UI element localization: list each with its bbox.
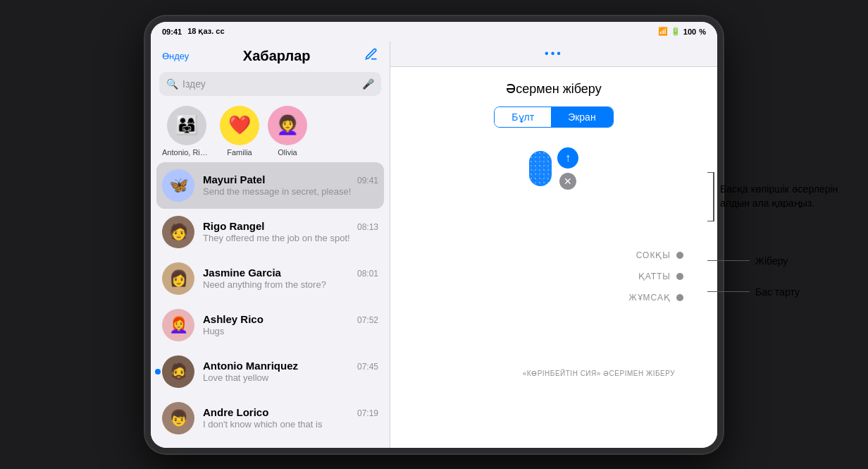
battery-icon: 🔋 [671, 27, 681, 36]
message-top-1: Rigo Rangel 08:13 [203, 220, 378, 232]
message-bubble [529, 151, 552, 186]
pinned-contacts-row: 👨‍👩‍👧 Antonio, Rigo &... ❤️ Familia 👩‍🦱 … [151, 100, 390, 162]
message-preview-1: They offered me the job on the spot! [203, 233, 378, 243]
avatar-1: 🧑 [162, 216, 194, 248]
message-preview-0: Send the message in secret, please! [203, 186, 378, 197]
battery-level: 100 [683, 28, 696, 36]
message-time-4: 07:45 [357, 362, 378, 372]
effect-option-2[interactable]: ЖҰМСАҚ [629, 293, 683, 303]
message-time-1: 08:13 [357, 222, 378, 232]
dots-menu-button[interactable]: ••• [545, 47, 563, 60]
cancel-annotation: Бас тарту [707, 286, 847, 298]
effect-options: СОКҚЫ ҚАТТЫ ЖҰМСАҚ [629, 250, 683, 303]
message-item-1[interactable]: 🧑 Rigo Rangel 08:13 They offered me the … [151, 209, 390, 255]
avatar-2: 👩 [162, 262, 194, 295]
effect-title: Әсермен жіберу [506, 81, 601, 97]
message-info-2: Jasmine Garcia 08:01 Need anything from … [203, 267, 378, 290]
search-bar[interactable]: 🔍 Іздеу 🎤 [159, 72, 381, 96]
status-bar: 09:41 18 қаз. сс 📶 🔋 100% [151, 22, 717, 42]
microphone-icon[interactable]: 🎤 [362, 78, 374, 90]
send-annotation: Жіберу [707, 255, 847, 267]
message-preview-2: Need anything from the store? [203, 279, 378, 290]
contact-name-0: Mayuri Patel [203, 173, 265, 185]
status-left: 09:41 18 қаз. сс [162, 27, 225, 36]
message-preview-3: Hugs [203, 326, 378, 336]
effect-panel: Әсермен жіберу Бұлт Экран СОКҚЫ ҚАТТЫ [390, 67, 717, 448]
effect-option-1[interactable]: ҚАТТЫ [638, 272, 683, 281]
message-item-0[interactable]: 🦋 Mayuri Patel 09:41 Send the message in… [156, 162, 384, 209]
message-time-2: 08:01 [357, 269, 378, 279]
effect-dot-0 [676, 252, 683, 259]
bubble-actions: ↑ ✕ [557, 147, 578, 190]
main-content: Өндеу Хабарлар 🔍 Іздеу 🎤 [151, 42, 717, 448]
message-item-4[interactable]: 🧔 Antonio Manriquez 07:45 Love that yell… [151, 348, 390, 395]
compose-button[interactable] [364, 47, 378, 65]
status-date: 18 қаз. сс [187, 27, 224, 36]
message-preview-4: Love that yellow [203, 372, 378, 383]
contact-name-2: Jasmine Garcia [203, 267, 281, 279]
cancel-line [707, 291, 750, 292]
bracket-annotation: Басқа көпіршік әсерлерін алдын ала қараң… [707, 172, 847, 221]
message-top-3: Ashley Rico 07:52 [203, 313, 378, 325]
contact-name-4: Antonio Manriquez [203, 360, 298, 372]
pinned-contact-2[interactable]: 👩‍🦱 Olivia [268, 106, 307, 157]
bracket-vert [713, 173, 714, 221]
message-item-3[interactable]: 👩‍🦰 Ashley Rico 07:52 Hugs [151, 302, 390, 348]
edit-button[interactable]: Өндеу [162, 51, 189, 61]
avatar-5: 👦 [162, 402, 194, 434]
contact-name-5: Andre Lorico [203, 406, 268, 418]
message-time-0: 09:41 [357, 176, 378, 185]
message-top-0: Mayuri Patel 09:41 [203, 173, 378, 185]
message-item-5[interactable]: 👦 Andre Lorico 07:19 I don't know which … [151, 395, 390, 441]
effect-tabs: Бұлт Экран [494, 106, 613, 128]
message-info-1: Rigo Rangel 08:13 They offered me the jo… [203, 220, 378, 243]
effect-option-0[interactable]: СОКҚЫ [636, 250, 683, 260]
status-right: 📶 🔋 100% [658, 27, 706, 36]
pinned-name-0: Antonio, Rigo &... [162, 148, 211, 157]
tab-ekran[interactable]: Экран [551, 107, 613, 127]
contact-name-1: Rigo Rangel [203, 220, 265, 232]
effect-label-2: ЖҰМСАҚ [629, 293, 671, 303]
message-top-2: Jasmine Garcia 08:01 [203, 267, 378, 279]
message-top-5: Andre Lorico 07:19 [203, 406, 378, 418]
pinned-avatar-2: 👩‍🦱 [268, 106, 307, 145]
effect-label-1: ҚАТТЫ [638, 272, 671, 281]
pinned-avatar-0: 👨‍👩‍👧 [167, 106, 206, 145]
send-annotation-text: Жіберу [755, 255, 788, 267]
send-line [707, 260, 750, 261]
sidebar: Өндеу Хабарлар 🔍 Іздеу 🎤 [151, 42, 390, 448]
message-time-5: 07:19 [357, 408, 378, 418]
ipad-screen: 09:41 18 қаз. сс 📶 🔋 100% Өндеу Хабарлар [151, 22, 717, 448]
invisible-ink-label: «КӨРІНБЕЙТІН СИЯ» ӘСЕРІМЕН ЖІБЕРУ [523, 370, 675, 377]
message-item-2[interactable]: 👩 Jasmine Garcia 08:01 Need anything fro… [151, 255, 390, 302]
bracket-bottom [707, 221, 714, 221]
bracket-annotation-text: Басқа көпіршік әсерлерін алдын ала қараң… [720, 183, 847, 210]
message-info-5: Andre Lorico 07:19 I don't know which on… [203, 406, 378, 430]
chat-area: ••• Әсермен жіберу Бұлт Экран СОКҚЫ [390, 42, 717, 448]
effect-dot-2 [676, 294, 683, 301]
bubble-dots [529, 151, 552, 186]
message-info-0: Mayuri Patel 09:41 Send the message in s… [203, 173, 378, 197]
cancel-annotation-text: Бас тарту [755, 286, 800, 298]
ipad-frame: 09:41 18 қаз. сс 📶 🔋 100% Өндеу Хабарлар [145, 16, 723, 453]
chat-top-bar: ••• [390, 42, 717, 67]
message-time-3: 07:52 [357, 315, 378, 325]
avatar-4: 🧔 [162, 355, 194, 388]
contact-name-3: Ashley Rico [203, 313, 264, 325]
cancel-button[interactable]: ✕ [559, 173, 576, 190]
search-placeholder: Іздеу [182, 78, 358, 90]
message-item-6[interactable]: 👨 Rody Albuerne Кеше In an hour [151, 441, 390, 448]
pinned-contact-0[interactable]: 👨‍👩‍👧 Antonio, Rigo &... [162, 106, 211, 157]
tab-bulт[interactable]: Бұлт [495, 107, 551, 127]
pinned-name-1: Familia [227, 148, 252, 157]
message-info-4: Antonio Manriquez 07:45 Love that yellow [203, 360, 378, 383]
wifi-icon: 📶 [658, 27, 668, 36]
sidebar-header: Өндеу Хабарлар [151, 42, 390, 68]
bubble-row: ↑ ✕ [521, 142, 587, 195]
pinned-contact-1[interactable]: ❤️ Familia [220, 106, 259, 157]
message-list: 🦋 Mayuri Patel 09:41 Send the message in… [151, 162, 390, 448]
avatar-0: 🦋 [162, 169, 194, 202]
search-icon: 🔍 [166, 78, 178, 90]
bracket-symbol [707, 172, 714, 221]
send-button[interactable]: ↑ [557, 147, 578, 169]
